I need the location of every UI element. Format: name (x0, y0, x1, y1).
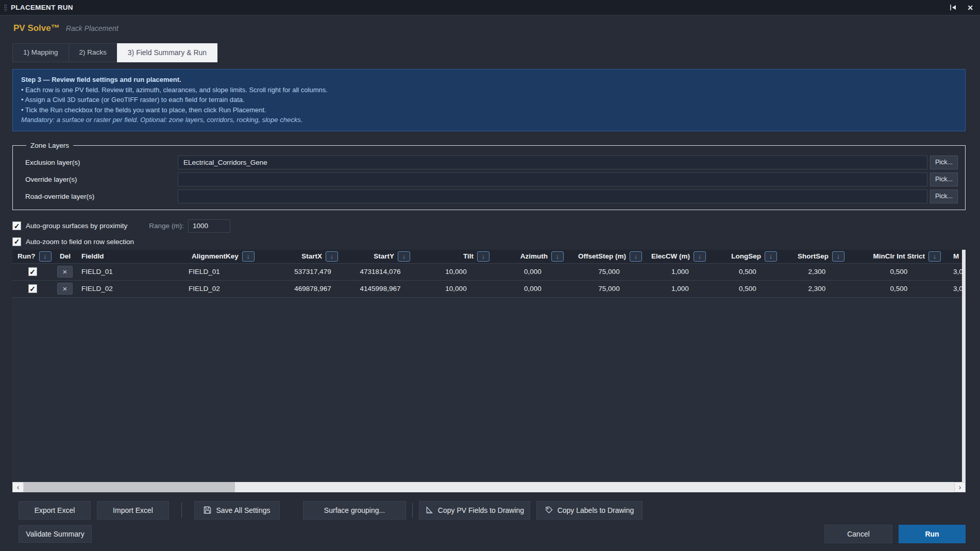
grid-cell-eleccw-m: 1,000 (648, 264, 712, 280)
column-header-starty[interactable]: StartY↓ (344, 250, 416, 263)
column-label: ShortSep (798, 252, 829, 260)
tab-1-mapping[interactable]: 1) Mapping (12, 43, 69, 62)
tag-icon (545, 506, 553, 514)
range-input[interactable] (188, 219, 230, 233)
run-button[interactable]: Run (899, 525, 966, 543)
options-section: ✓ Auto-group surfaces by proximity Range… (12, 219, 980, 246)
grid-cell-offsetstep-m: 75,000 (570, 281, 648, 297)
vertical-scrollbar[interactable] (962, 250, 966, 482)
auto-group-label: Auto-group surfaces by proximity (26, 222, 127, 230)
column-label: Del (60, 252, 71, 260)
zone-layers-group: Zone Layers Exclusion layer(s)Pick...Ove… (12, 142, 966, 210)
grid-cell-fieldid: FIELD_01 (77, 264, 183, 280)
scroll-left-icon[interactable]: ‹ (12, 482, 24, 492)
column-header-del[interactable]: Del (53, 250, 77, 263)
horizontal-scrollbar[interactable]: ‹ › (12, 482, 966, 492)
column-label: FieldId (81, 252, 104, 260)
grid-cell-fieldid: FIELD_02 (77, 281, 183, 297)
drag-grip-icon[interactable] (4, 4, 7, 11)
table-row[interactable]: ✓×FIELD_01FIELD_01537317,4794731814,0761… (12, 264, 966, 281)
tab-2-racks[interactable]: 2) Racks (69, 43, 117, 62)
grid-cell-tilt: 10,000 (416, 281, 496, 297)
sort-down-icon[interactable]: ↓ (832, 251, 844, 262)
import-excel-button[interactable]: Import Excel (97, 501, 169, 520)
export-excel-button[interactable]: Export Excel (19, 501, 91, 520)
delete-row-button[interactable]: × (57, 283, 73, 295)
grid-header-row: Run?↓DelFieldIdAlignmentKey↓StartX↓Start… (12, 250, 966, 264)
validate-summary-button[interactable]: Validate Summary (19, 525, 92, 543)
pick-button[interactable]: Pick... (930, 190, 958, 203)
zone-layers-title: Zone Layers (26, 142, 73, 149)
grid-cell-alignmentkey: FIELD_01 (183, 264, 281, 280)
brand-title: PV Solve™ (13, 23, 60, 33)
run-checkbox[interactable]: ✓ (28, 267, 37, 276)
scrollbar-thumb[interactable] (24, 482, 235, 492)
column-header-startx[interactable]: StartX↓ (281, 250, 344, 263)
dock-pin-icon[interactable] (948, 3, 957, 12)
table-row[interactable]: ✓×FIELD_02FIELD_02469878,9674145998,9671… (12, 281, 966, 298)
del-cell: × (53, 281, 77, 297)
override-layer-s-input[interactable] (178, 173, 927, 186)
save-all-settings-button[interactable]: Save All Settings (194, 501, 280, 520)
column-header-fieldid[interactable]: FieldId (77, 250, 183, 263)
run-checkbox[interactable]: ✓ (28, 284, 37, 293)
auto-group-checkbox[interactable]: ✓ (12, 221, 21, 230)
sort-down-icon[interactable]: ↓ (694, 251, 706, 262)
sort-down-icon[interactable]: ↓ (551, 251, 564, 262)
sort-down-icon[interactable]: ↓ (326, 251, 338, 262)
field-grid: Run?↓DelFieldIdAlignmentKey↓StartX↓Start… (12, 250, 966, 492)
column-header-azimuth[interactable]: Azimuth↓ (496, 250, 570, 263)
sort-down-icon[interactable]: ↓ (765, 251, 777, 262)
zone-row-override-layer-s: Override layer(s)Pick... (25, 173, 958, 186)
grid-cell-shortsep: 2,300 (783, 281, 851, 297)
sort-down-icon[interactable]: ↓ (398, 251, 410, 262)
column-header-offsetstep-m[interactable]: OffsetStep (m)↓ (570, 250, 648, 263)
column-header-minclr-int-strict[interactable]: MinClr Int Strict↓ (851, 250, 947, 263)
column-label: OffsetStep (m) (578, 252, 626, 260)
zone-label: Exclusion layer(s) (25, 159, 178, 166)
toolbar-separator (412, 503, 413, 518)
close-icon[interactable]: ✕ (966, 3, 975, 12)
tab-3-field-summary-run[interactable]: 3) Field Summary & Run (117, 43, 217, 62)
column-header-longsep[interactable]: LongSep↓ (712, 250, 783, 263)
column-label: Azimuth (520, 252, 548, 260)
column-header-alignmentkey[interactable]: AlignmentKey↓ (183, 250, 281, 263)
del-cell: × (53, 264, 77, 280)
grid-cell-tilt: 10,000 (416, 264, 496, 280)
road-override-layer-s-input[interactable] (178, 190, 927, 203)
sort-down-icon[interactable]: ↓ (242, 251, 255, 262)
delete-row-button[interactable]: × (57, 266, 73, 278)
grid-cell-minclr-int-strict: 0,500 (851, 281, 947, 297)
column-header-eleccw-m[interactable]: ElecCW (m)↓ (648, 250, 712, 263)
grid-cell-minclr-int-strict: 0,500 (851, 264, 947, 280)
placement-run-window: PLACEMENT RUN ✕ PV Solve™ Rack Placement… (0, 0, 980, 551)
sort-down-icon[interactable]: ↓ (477, 251, 489, 262)
surface-grouping-button[interactable]: Surface grouping... (303, 501, 406, 520)
auto-zoom-checkbox[interactable]: ✓ (12, 237, 21, 246)
exclusion-layer-s-input[interactable] (178, 156, 927, 169)
pick-button[interactable]: Pick... (930, 156, 958, 169)
column-header-shortsep[interactable]: ShortSep↓ (783, 250, 851, 263)
zone-label: Override layer(s) (25, 176, 178, 183)
grid-cell-alignmentkey: FIELD_02 (183, 281, 281, 297)
grid-cell-startx: 537317,479 (281, 264, 344, 280)
column-label: Run? (18, 252, 36, 260)
sort-down-icon[interactable]: ↓ (630, 251, 642, 262)
grid-cell-startx: 469878,967 (281, 281, 344, 297)
scroll-right-icon[interactable]: › (954, 482, 966, 492)
sort-down-icon[interactable]: ↓ (928, 251, 941, 262)
grid-cell-starty: 4145998,967 (344, 281, 416, 297)
column-label: LongSep (731, 252, 761, 260)
info-bullet: • Tick the Run checkbox for the fields y… (21, 105, 957, 115)
window-title: PLACEMENT RUN (11, 4, 73, 11)
column-header-run[interactable]: Run?↓ (12, 250, 53, 263)
pick-button[interactable]: Pick... (930, 173, 958, 186)
column-header-tilt[interactable]: Tilt↓ (416, 250, 496, 263)
cancel-button[interactable]: Cancel (824, 525, 892, 543)
sort-down-icon[interactable]: ↓ (39, 251, 52, 262)
copy-pv-fields-button[interactable]: Copy PV Fields to Drawing (419, 501, 530, 520)
info-bullet: • Each row is one PV field. Review tilt,… (21, 85, 957, 95)
brand-subtitle: Rack Placement (66, 24, 119, 32)
column-label: AlignmentKey (192, 252, 239, 260)
copy-labels-button[interactable]: Copy Labels to Drawing (536, 501, 643, 520)
